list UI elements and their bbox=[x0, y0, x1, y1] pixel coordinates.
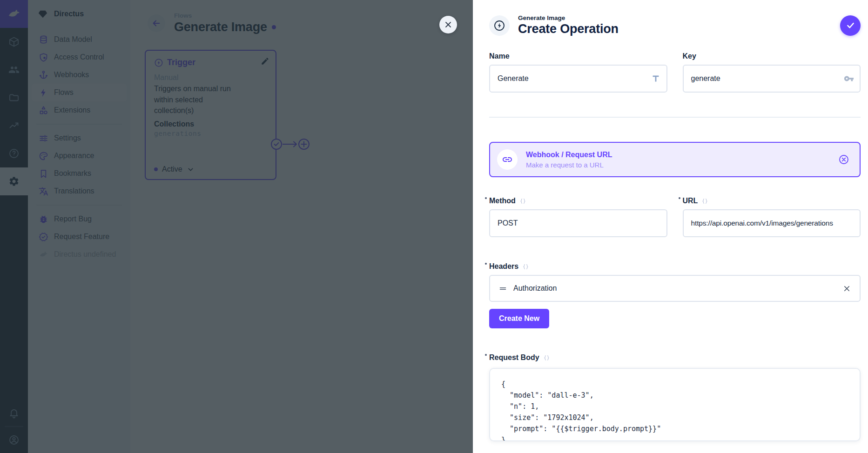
webhook-icon-circle bbox=[497, 149, 518, 170]
method-select[interactable]: POST bbox=[489, 209, 667, 237]
close-icon bbox=[842, 284, 851, 293]
link-icon bbox=[502, 154, 513, 165]
cancel-circle-icon bbox=[838, 154, 849, 165]
method-label-row: Method bbox=[489, 197, 667, 205]
remove-header-button[interactable] bbox=[842, 284, 851, 293]
field-label-text: URL bbox=[683, 197, 698, 205]
header-list-item[interactable]: Authorization bbox=[489, 275, 861, 302]
operation-type-texts: Webhook / Request URL Make a request to … bbox=[526, 151, 612, 169]
request-body-label-row: Request Body bbox=[489, 353, 861, 362]
check-icon bbox=[846, 20, 855, 30]
required-dot bbox=[485, 197, 487, 199]
request-body-editor[interactable]: { "model": "dall-e-3", "n": 1, "size": "… bbox=[489, 368, 861, 441]
field-label-text: Request Body bbox=[489, 353, 539, 362]
drag-handle-icon[interactable] bbox=[498, 284, 507, 293]
field-url: URL bbox=[683, 197, 861, 237]
drawer-breadcrumb: Generate Image bbox=[518, 14, 619, 21]
title-interface-icon bbox=[651, 73, 661, 84]
raw-value-icon[interactable] bbox=[701, 198, 708, 205]
field-label-text: Key bbox=[683, 52, 696, 60]
field-label-text: Headers bbox=[489, 262, 518, 271]
required-dot bbox=[485, 263, 487, 265]
operation-form: Name Key bbox=[473, 52, 868, 451]
key-label-row: Key bbox=[683, 52, 861, 60]
field-key: Key bbox=[683, 52, 861, 93]
field-method: Method POST bbox=[489, 197, 667, 237]
method-value: POST bbox=[498, 219, 518, 227]
save-operation-button[interactable] bbox=[840, 15, 861, 36]
field-request-body: Request Body { "model": "dall-e-3", "n":… bbox=[489, 353, 861, 441]
key-icon bbox=[844, 73, 854, 84]
deselect-operation-type-button[interactable] bbox=[838, 154, 849, 165]
field-label-text: Name bbox=[489, 52, 510, 60]
operation-type-subtitle: Make a request to a URL bbox=[526, 161, 612, 169]
operation-type-title: Webhook / Request URL bbox=[526, 151, 612, 159]
create-new-header-button[interactable]: Create New bbox=[489, 309, 549, 328]
close-icon bbox=[444, 20, 453, 29]
drawer-overlay[interactable] bbox=[0, 0, 473, 453]
name-input[interactable] bbox=[489, 65, 667, 93]
field-name: Name bbox=[489, 52, 667, 93]
raw-value-icon[interactable] bbox=[522, 263, 529, 270]
field-label-text: Method bbox=[489, 197, 516, 205]
header-name: Authorization bbox=[513, 284, 557, 293]
url-input[interactable] bbox=[683, 209, 861, 237]
close-drawer-button[interactable] bbox=[439, 16, 457, 33]
bolt-circle-icon bbox=[493, 20, 505, 32]
required-dot bbox=[679, 197, 680, 199]
drawer-header: Generate Image Create Operation bbox=[473, 0, 868, 36]
operation-icon-circle bbox=[489, 15, 510, 36]
operation-type-card[interactable]: Webhook / Request URL Make a request to … bbox=[489, 142, 861, 177]
request-body-code[interactable]: { "model": "dall-e-3", "n": 1, "size": "… bbox=[501, 379, 848, 441]
name-label-row: Name bbox=[489, 52, 667, 60]
directus-app: Directus Data Model Access Control Webho… bbox=[0, 0, 868, 453]
drawer-title: Create Operation bbox=[518, 22, 619, 36]
url-label-row: URL bbox=[683, 197, 861, 205]
required-dot bbox=[485, 354, 487, 356]
raw-value-icon[interactable] bbox=[519, 198, 526, 205]
field-headers: Headers Authorization Create New bbox=[489, 262, 861, 328]
create-operation-drawer: Generate Image Create Operation Name bbox=[473, 0, 868, 453]
raw-value-icon[interactable] bbox=[543, 354, 550, 361]
key-input[interactable] bbox=[683, 65, 861, 93]
drawer-titles: Generate Image Create Operation bbox=[518, 14, 619, 36]
headers-label-row: Headers bbox=[489, 262, 861, 271]
form-divider bbox=[489, 117, 861, 118]
page-behind-drawer: Directus Data Model Access Control Webho… bbox=[0, 0, 473, 453]
